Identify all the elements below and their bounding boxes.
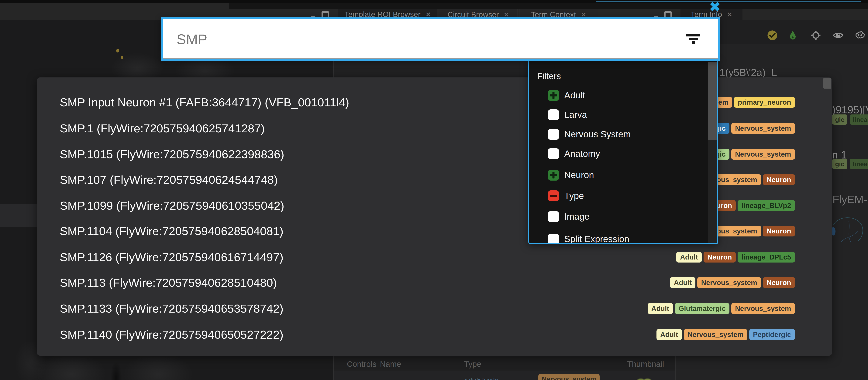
- tag-lineage-dplc5: lineage_DPLc5: [738, 252, 795, 263]
- crosshair-icon[interactable]: [810, 30, 821, 41]
- search-input[interactable]: [176, 19, 612, 59]
- result-tags: AdultNervous_systemPeptidergic: [656, 329, 795, 340]
- thumbnail-image: [636, 378, 652, 380]
- filter-option-adult[interactable]: Adult: [529, 90, 717, 101]
- layers-table-header: Controls Name Type Thumbnail: [334, 356, 675, 371]
- column-name: Name: [380, 359, 401, 369]
- filter-option-image[interactable]: Image: [529, 211, 717, 222]
- filter-option-neuron[interactable]: Neuron: [529, 170, 717, 181]
- checkbox-include-icon[interactable]: [548, 90, 559, 101]
- search-bar: [161, 18, 720, 61]
- filter-label: Nervous System: [564, 129, 631, 140]
- dimmed-tag-row: gic lineag: [832, 159, 868, 169]
- type-link[interactable]: adult brain: [464, 377, 499, 380]
- checkbox-exclude-icon[interactable]: [548, 191, 559, 201]
- dimmed-tag-row: gic lineag: [832, 114, 868, 125]
- neuron-skeleton-sketch: [830, 213, 868, 245]
- neuron-highlight-speck: [121, 56, 123, 59]
- result-tags: AdultGlutamatergicNervous_system: [648, 303, 795, 314]
- checkbox-empty-icon[interactable]: [548, 129, 559, 140]
- tag-adult: Adult: [670, 277, 695, 288]
- filter-label: Type: [564, 191, 584, 201]
- tag-peptidergic: Peptidergic: [749, 329, 795, 340]
- header-dark-strip: [229, 3, 868, 9]
- tag-fragment: gic: [832, 114, 847, 125]
- checkbox-include-icon[interactable]: [548, 170, 559, 180]
- filter-label: Split Expression: [564, 234, 629, 244]
- check-circle-icon[interactable]: [767, 30, 778, 41]
- top-panel-edge: [596, 1, 861, 2]
- column-controls: Controls: [347, 359, 376, 369]
- tag-nervous-system: Nervous_system: [731, 123, 795, 134]
- tag-glutamatergic: Glutamatergic: [675, 303, 730, 314]
- tag-adult: Adult: [656, 329, 682, 340]
- layers-table-row: adult brain Nervous_system: [334, 371, 675, 380]
- result-name[interactable]: SMP.113 (FlyWire:720575940628510480): [60, 276, 277, 289]
- result-tags: AdultNeuronlineage_DPLc5: [676, 252, 795, 263]
- close-icon[interactable]: ✕: [727, 11, 733, 18]
- search-divider: [163, 58, 718, 59]
- result-name[interactable]: SMP.1099 (FlyWire:720575940610355042): [60, 199, 284, 212]
- tag-adult: Adult: [676, 252, 702, 263]
- filter-option-larva[interactable]: Larva: [529, 109, 717, 121]
- result-name[interactable]: SMP.1015 (FlyWire:720575940622398836): [60, 148, 284, 161]
- droplet-icon[interactable]: [787, 30, 798, 41]
- result-name[interactable]: SMP.1133 (FlyWire:720575940653578742): [60, 302, 283, 315]
- tag-neuron: Neuron: [763, 277, 795, 288]
- search-result-row[interactable]: SMP.1126 (FlyWire:720575940616714497)Adu…: [37, 251, 832, 264]
- vfb-app-screen: Template ROI Browser ✕ Circuit Browser ✕…: [0, 0, 868, 380]
- tag-primary-neuron: primary_neuron: [734, 97, 795, 108]
- neuron-highlight-speck: [116, 49, 119, 53]
- result-name[interactable]: SMP.1126 (FlyWire:720575940616714497): [60, 251, 283, 264]
- search-result-row[interactable]: SMP.1140 (FlyWire:720575940650527222)Adu…: [37, 328, 832, 341]
- filter-option-split-expression[interactable]: Split Expression: [529, 234, 717, 244]
- nervous-system-tag: Nervous_system: [538, 374, 599, 380]
- template-fragment: FlyEM-H: [833, 193, 868, 206]
- search-result-row[interactable]: SMP.1133 (FlyWire:720575940653578742)Adu…: [37, 302, 832, 315]
- tag-nervous-system: Nervous_system: [697, 277, 761, 288]
- search-result-row[interactable]: SMP.113 (FlyWire:720575940628510480)Adul…: [37, 276, 832, 289]
- column-type: Type: [464, 359, 481, 369]
- filter-label: Neuron: [564, 170, 594, 180]
- brain-network-icon[interactable]: [855, 30, 865, 41]
- tag-neuron: Neuron: [763, 174, 795, 185]
- filter-label: Anatomy: [564, 148, 600, 159]
- eye-icon[interactable]: [833, 30, 843, 41]
- close-overlay-icon[interactable]: ✖: [709, 0, 720, 13]
- checkbox-empty-icon[interactable]: [548, 109, 559, 120]
- result-name[interactable]: SMP.1 (FlyWire:720575940625741287): [60, 122, 265, 135]
- tag-adult: Adult: [648, 303, 673, 314]
- tag-lineage-blvp2: lineage_BLVp2: [738, 200, 795, 211]
- result-name[interactable]: SMP Input Neuron #1 (FAFB:3644717) (VFB_…: [60, 96, 349, 109]
- checkbox-empty-icon[interactable]: [548, 148, 559, 159]
- tag-neuron: Neuron: [763, 226, 795, 237]
- tag-fragment: lineag: [850, 114, 868, 125]
- result-tags: AdultNervous_systemNeuron: [670, 277, 795, 288]
- tag-nervous-system: Nervous_system: [731, 303, 795, 314]
- column-thumbnail: Thumbnail: [627, 359, 664, 369]
- filter-option-nervous-system[interactable]: Nervous System: [529, 129, 717, 140]
- result-name[interactable]: SMP.1104 (FlyWire:720575940628504081): [60, 225, 283, 238]
- tag-nervous-system: Nervous_system: [684, 329, 747, 340]
- close-icon[interactable]: ✕: [426, 11, 431, 18]
- tag-fragment: gic: [832, 159, 847, 169]
- term-name-fragment: 1(y5B\'2a)_L: [719, 67, 777, 78]
- filter-label: Adult: [564, 90, 585, 101]
- filter-label: Image: [564, 211, 589, 222]
- filter-option-anatomy[interactable]: Anatomy: [529, 148, 717, 160]
- filters-scrollbar[interactable]: [708, 62, 717, 140]
- result-name[interactable]: SMP.1140 (FlyWire:720575940650527222): [60, 328, 283, 341]
- filter-funnel-icon[interactable]: [686, 34, 700, 44]
- filter-label: Larva: [564, 109, 587, 120]
- filter-option-type[interactable]: Type: [529, 191, 717, 202]
- result-name[interactable]: SMP.107 (FlyWire:720575940624544748): [60, 173, 278, 186]
- checkbox-empty-icon[interactable]: [548, 234, 559, 244]
- filters-dropdown: Filters AdultLarvaNervous SystemAnatomyN…: [528, 60, 718, 244]
- id-fragment: )9195)[VF: [832, 104, 868, 116]
- tag-neuron: Neuron: [704, 252, 736, 263]
- checkbox-empty-icon[interactable]: [548, 211, 559, 222]
- tag-fragment: lineag: [850, 159, 868, 169]
- results-scrollbar[interactable]: [824, 78, 831, 89]
- tag-nervous-system: Nervous_system: [731, 149, 795, 160]
- filters-title: Filters: [537, 71, 561, 81]
